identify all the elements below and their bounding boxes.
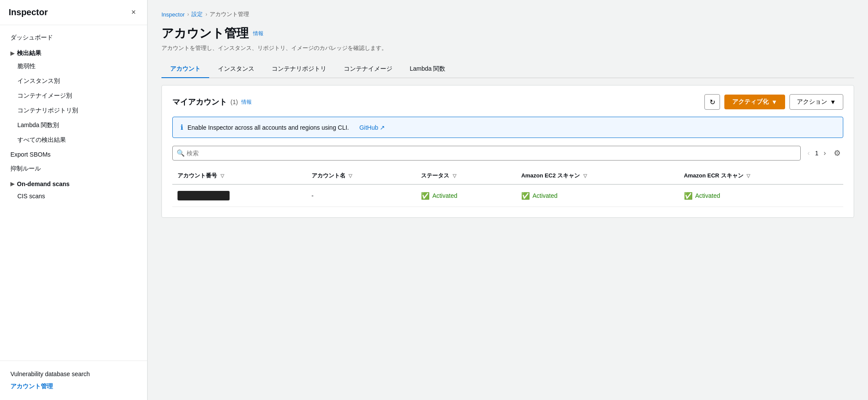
sidebar-item-vuln-db[interactable]: Vulnerability database search xyxy=(10,368,137,380)
sidebar-item-by-container-image[interactable]: コンテナイメージ別 xyxy=(0,89,147,103)
search-input[interactable] xyxy=(172,146,801,161)
sidebar-item-vulnerability[interactable]: 脆弱性 xyxy=(0,59,147,74)
action-button[interactable]: アクション ▼ xyxy=(789,94,843,110)
page-number: 1 xyxy=(815,150,819,157)
sidebar-item-label: アカウント管理 xyxy=(10,383,53,390)
action-dropdown-icon: ▼ xyxy=(830,98,836,105)
sidebar-bottom: Vulnerability database search アカウント管理 xyxy=(0,361,147,400)
breadcrumb-current: アカウント管理 xyxy=(210,10,249,18)
activate-button[interactable]: アクティブ化 ▼ xyxy=(724,95,785,109)
sidebar-item-label: Lambda 関数別 xyxy=(17,121,59,129)
sidebar-section-findings[interactable]: ▶ 検出結果 xyxy=(0,45,147,59)
card-count: (1) xyxy=(230,98,238,105)
tabs: アカウント インスタンス コンテナリポジトリ コンテナイメージ Lambda 関… xyxy=(161,61,854,78)
card-title-row: マイアカウント (1) 情報 xyxy=(172,97,252,107)
sidebar-item-label: Vulnerability database search xyxy=(10,370,90,377)
info-banner: ℹ Enable Inspector across all accounts a… xyxy=(172,117,843,138)
tab-instances[interactable]: インスタンス xyxy=(209,61,263,78)
sidebar-item-by-lambda[interactable]: Lambda 関数別 xyxy=(0,118,147,133)
sort-icon-ecr[interactable]: ▽ xyxy=(746,173,750,178)
account-id-redacted xyxy=(178,191,230,200)
sidebar-item-label: インスタンス別 xyxy=(17,77,60,85)
ecr-scan-label: Activated xyxy=(695,192,720,199)
on-demand-arrow-icon: ▶ xyxy=(10,181,14,187)
sidebar-item-by-container-repo[interactable]: コンテナリポジトリ別 xyxy=(0,103,147,118)
sidebar-item-label: コンテナリポジトリ別 xyxy=(17,107,78,115)
sidebar-item-label: すべての検出結果 xyxy=(17,136,66,144)
ecr-check-icon: ✅ xyxy=(684,192,693,200)
table-header: アカウント番号 ▽ アカウント名 ▽ ステータス ▽ xyxy=(172,167,843,184)
col-ecr-scan: Amazon ECR スキャン ▽ xyxy=(679,167,843,184)
tab-container-image[interactable]: コンテナイメージ xyxy=(335,61,401,78)
ec2-scan-status: ✅ Activated xyxy=(521,192,674,200)
table-settings-button[interactable]: ⚙ xyxy=(831,148,843,159)
sidebar-item-label: 脆弱性 xyxy=(17,62,36,70)
activate-dropdown-icon: ▼ xyxy=(771,98,777,105)
status-label: Activated xyxy=(432,192,457,199)
breadcrumb-sep-1: › xyxy=(187,11,189,17)
sort-icon-status[interactable]: ▽ xyxy=(453,173,456,178)
refresh-icon: ↻ xyxy=(710,98,715,106)
table-body: - ✅ Activated ✅ Activated xyxy=(172,184,843,207)
info-circle-icon: ℹ xyxy=(181,123,183,131)
page-title: アカウント管理 xyxy=(161,25,249,42)
table-wrap: アカウント番号 ▽ アカウント名 ▽ ステータス ▽ xyxy=(172,167,843,207)
tab-container-repo[interactable]: コンテナリポジトリ xyxy=(263,61,335,78)
sidebar-item-dashboard[interactable]: ダッシュボード xyxy=(0,30,147,45)
sort-icon-account-id[interactable]: ▽ xyxy=(220,173,224,178)
page-title-row: アカウント管理 情報 xyxy=(161,25,854,42)
sidebar-item-export-sboms[interactable]: Export SBOMs xyxy=(0,148,147,161)
page-description: アカウントを管理し、インスタンス、リポジトリ、イメージのカバレッジを確認します。 xyxy=(161,44,854,52)
prev-page-button[interactable]: ‹ xyxy=(805,148,812,158)
refresh-button[interactable]: ↻ xyxy=(704,94,720,110)
breadcrumb-inspector-link[interactable]: Inspector xyxy=(161,11,184,18)
sidebar-item-cis-scans[interactable]: CIS scans xyxy=(0,189,147,203)
col-account-name: アカウント名 ▽ xyxy=(306,167,416,184)
card-header: マイアカウント (1) 情報 ↻ アクティブ化 ▼ アクション ▼ xyxy=(172,94,843,110)
col-status: ステータス ▽ xyxy=(416,167,516,184)
col-account-id: アカウント番号 ▽ xyxy=(172,167,306,184)
ecr-scan-status: ✅ Activated xyxy=(684,192,838,200)
status-check-icon: ✅ xyxy=(421,192,430,200)
table-row: - ✅ Activated ✅ Activated xyxy=(172,184,843,207)
page-info-button[interactable]: 情報 xyxy=(253,30,263,37)
main-content: Inspector › 設定 › アカウント管理 アカウント管理 情報 アカウン… xyxy=(148,0,868,400)
cell-ecr-scan: ✅ Activated xyxy=(679,184,843,207)
sidebar-title: Inspector xyxy=(9,7,48,17)
cell-ec2-scan: ✅ Activated xyxy=(516,184,679,207)
card-info-button[interactable]: 情報 xyxy=(241,98,252,106)
sidebar-section-on-demand[interactable]: ▶ On-demand scans xyxy=(0,176,147,189)
sidebar-item-label: On-demand scans xyxy=(17,180,69,187)
my-account-card: マイアカウント (1) 情報 ↻ アクティブ化 ▼ アクション ▼ xyxy=(161,85,854,218)
sidebar-item-label: 検出結果 xyxy=(17,49,41,57)
breadcrumb-sep-2: › xyxy=(205,11,207,17)
sidebar-header: Inspector × xyxy=(0,0,147,25)
next-page-button[interactable]: › xyxy=(821,148,829,158)
accounts-table: アカウント番号 ▽ アカウント名 ▽ ステータス ▽ xyxy=(172,167,843,207)
findings-arrow-icon: ▶ xyxy=(10,50,14,56)
tab-lambda[interactable]: Lambda 関数 xyxy=(401,61,454,78)
sidebar-item-suppress-rules[interactable]: 抑制ルール xyxy=(0,161,147,176)
sidebar-item-label: CIS scans xyxy=(17,193,45,200)
sidebar-item-all-findings[interactable]: すべての検出結果 xyxy=(0,133,147,148)
tab-account[interactable]: アカウント xyxy=(161,61,209,78)
sort-icon-account-name[interactable]: ▽ xyxy=(349,173,352,178)
sidebar-close-button[interactable]: × xyxy=(128,7,138,18)
sidebar-item-account-management[interactable]: アカウント管理 xyxy=(10,380,137,393)
action-label: アクション xyxy=(797,98,827,106)
pagination: ‹ 1 › ⚙ xyxy=(805,148,843,159)
status-activated: ✅ Activated xyxy=(421,192,511,200)
sidebar-item-label: ダッシュボード xyxy=(10,34,53,42)
col-ec2-scan: Amazon EC2 スキャン ▽ xyxy=(516,167,679,184)
ec2-scan-label: Activated xyxy=(533,192,558,199)
sort-icon-ec2[interactable]: ▽ xyxy=(583,173,587,178)
github-link[interactable]: GitHub ↗ xyxy=(359,124,385,131)
sidebar-item-label: コンテナイメージ別 xyxy=(17,92,72,100)
sidebar-item-by-instance[interactable]: インスタンス別 xyxy=(0,74,147,89)
cell-account-name: - xyxy=(306,184,416,207)
external-link-icon: ↗ xyxy=(380,124,385,131)
breadcrumb: Inspector › 設定 › アカウント管理 xyxy=(161,10,854,18)
breadcrumb-settings-link[interactable]: 設定 xyxy=(191,10,203,18)
sidebar-item-label: 抑制ルール xyxy=(10,165,41,173)
sidebar: Inspector × ダッシュボード ▶ 検出結果 脆弱性 インスタンス別 コ… xyxy=(0,0,148,400)
